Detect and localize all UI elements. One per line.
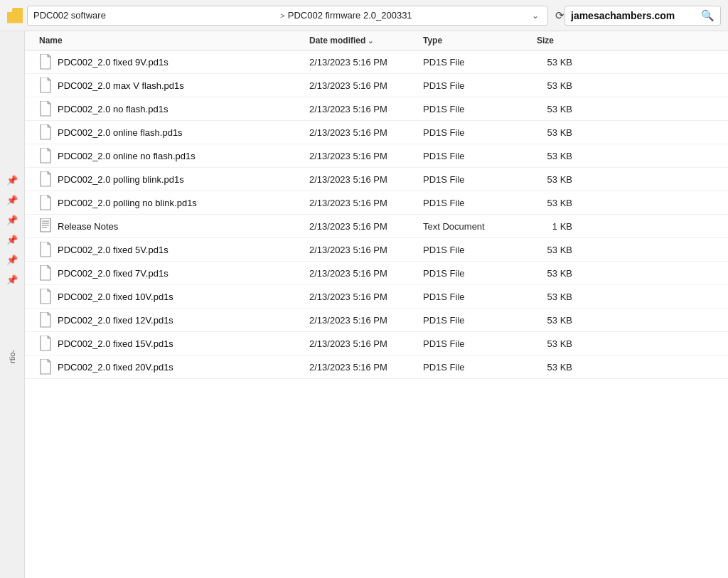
svg-marker-9 <box>48 148 50 151</box>
file-date: 2/13/2023 5:16 PM <box>309 80 423 91</box>
table-row[interactable]: PDC002_2.0 fixed 12V.pd1s 2/13/2023 5:16… <box>25 309 728 332</box>
file-size: 53 KB <box>537 151 594 161</box>
pin-icon-1[interactable]: 📌 <box>6 173 18 186</box>
table-row[interactable]: PDC002_2.0 polling blink.pd1s 2/13/2023 … <box>25 168 728 191</box>
file-type: PD1S File <box>423 198 537 208</box>
chevron-down-icon[interactable]: ⌄ <box>532 11 539 21</box>
file-date: 2/13/2023 5:16 PM <box>309 57 423 68</box>
sort-arrow-icon: ⌄ <box>368 37 373 45</box>
file-name-cell: PDC002_2.0 fixed 9V.pd1s <box>39 54 309 70</box>
pin-icon-6[interactable]: 📌 <box>6 273 18 286</box>
file-type: PD1S File <box>423 127 537 138</box>
file-type: PD1S File <box>423 80 537 91</box>
file-date: 2/13/2023 5:16 PM <box>309 104 423 114</box>
col-header-date[interactable]: Date modified ⌄ <box>309 36 423 46</box>
table-row[interactable]: PDC002_2.0 polling no blink.pd1s 2/13/20… <box>25 191 728 215</box>
table-row[interactable]: PDC002_2.0 online flash.pd1s 2/13/2023 5… <box>25 121 728 144</box>
file-type: PD1S File <box>423 174 537 185</box>
file-type: PD1S File <box>423 104 537 114</box>
svg-marker-5 <box>48 101 50 104</box>
col-header-size[interactable]: Size <box>537 36 594 46</box>
table-row[interactable]: PDC002_2.0 fixed 20V.pd1s 2/13/2023 5:16… <box>25 355 728 379</box>
pin-icon-3[interactable]: 📌 <box>6 213 18 226</box>
breadcrumb-area[interactable]: PDC002 software > PDC002 firmware 2.0_20… <box>27 6 548 26</box>
file-type: PD1S File <box>423 338 537 349</box>
svg-marker-7 <box>48 124 50 127</box>
site-name: jamesachambers.com <box>571 10 701 21</box>
file-name-cell: PDC002_2.0 online no flash.pd1s <box>39 148 309 164</box>
file-name-cell: PDC002_2.0 online flash.pd1s <box>39 124 309 140</box>
svg-marker-20 <box>48 242 50 245</box>
breadcrumb-current: PDC002 firmware 2.0_200331 <box>288 10 532 21</box>
sidebar-partial-text: rtio- <box>8 350 16 363</box>
file-name: PDC002_2.0 online no flash.pd1s <box>58 151 196 161</box>
search-button[interactable]: 🔍 <box>701 9 714 22</box>
svg-marker-24 <box>48 289 50 291</box>
table-row[interactable]: PDC002_2.0 fixed 10V.pd1s 2/13/2023 5:16… <box>25 285 728 309</box>
table-row[interactable]: PDC002_2.0 fixed 7V.pd1s 2/13/2023 5:16 … <box>25 262 728 285</box>
file-name: PDC002_2.0 max V flash.pd1s <box>58 80 184 91</box>
col-header-name[interactable]: Name <box>39 36 309 46</box>
file-list: PDC002_2.0 fixed 9V.pd1s 2/13/2023 5:16 … <box>25 50 728 379</box>
file-size: 53 KB <box>537 245 594 255</box>
file-size: 1 KB <box>537 221 594 232</box>
file-date: 2/13/2023 5:16 PM <box>309 151 423 161</box>
file-type: PD1S File <box>423 362 537 373</box>
file-icon <box>39 265 52 281</box>
pin-icon-5[interactable]: 📌 <box>6 253 18 266</box>
file-name-cell: PDC002_2.0 polling no blink.pd1s <box>39 195 309 210</box>
table-row[interactable]: PDC002_2.0 no flash.pd1s 2/13/2023 5:16 … <box>25 97 728 121</box>
file-date: 2/13/2023 5:16 PM <box>309 221 423 232</box>
table-row[interactable]: PDC002_2.0 max V flash.pd1s 2/13/2023 5:… <box>25 74 728 97</box>
svg-marker-11 <box>48 171 50 174</box>
file-name: PDC002_2.0 fixed 5V.pd1s <box>58 245 168 255</box>
main-layout: 📌 📌 📌 📌 📌 📌 rtio- Name Date modified ⌄ T… <box>0 31 728 578</box>
file-type: PD1S File <box>423 268 537 279</box>
file-name: PDC002_2.0 fixed 7V.pd1s <box>58 268 168 279</box>
file-date: 2/13/2023 5:16 PM <box>309 362 423 373</box>
table-row[interactable]: PDC002_2.0 online no flash.pd1s 2/13/202… <box>25 144 728 168</box>
file-type: PD1S File <box>423 57 537 68</box>
file-size: 53 KB <box>537 80 594 91</box>
table-row[interactable]: PDC002_2.0 fixed 15V.pd1s 2/13/2023 5:16… <box>25 332 728 355</box>
file-date: 2/13/2023 5:16 PM <box>309 315 423 326</box>
file-size: 53 KB <box>537 362 594 373</box>
file-size: 53 KB <box>537 104 594 114</box>
file-date: 2/13/2023 5:16 PM <box>309 174 423 185</box>
file-area: Name Date modified ⌄ Type Size PDC002_2.… <box>25 31 728 578</box>
file-name-cell: PDC002_2.0 no flash.pd1s <box>39 101 309 117</box>
file-name: PDC002_2.0 no flash.pd1s <box>58 104 168 114</box>
file-size: 53 KB <box>537 268 594 279</box>
table-row[interactable]: PDC002_2.0 fixed 9V.pd1s 2/13/2023 5:16 … <box>25 50 728 74</box>
file-type: Text Document <box>423 221 537 232</box>
file-icon <box>39 148 52 164</box>
col-header-type[interactable]: Type <box>423 36 537 46</box>
table-row[interactable]: Release Notes 2/13/2023 5:16 PM Text Doc… <box>25 215 728 238</box>
file-name-cell: PDC002_2.0 max V flash.pd1s <box>39 77 309 93</box>
sidebar: 📌 📌 📌 📌 📌 📌 rtio- <box>0 31 25 578</box>
svg-marker-13 <box>48 195 50 198</box>
file-icon <box>39 218 52 234</box>
file-icon <box>39 312 52 328</box>
file-date: 2/13/2023 5:16 PM <box>309 291 423 302</box>
file-name: PDC002_2.0 fixed 15V.pd1s <box>58 338 173 349</box>
file-name: PDC002_2.0 polling no blink.pd1s <box>58 198 197 208</box>
file-name-cell: PDC002_2.0 fixed 5V.pd1s <box>39 242 309 257</box>
pin-icon-4[interactable]: 📌 <box>6 233 18 246</box>
file-name-cell: PDC002_2.0 fixed 10V.pd1s <box>39 289 309 304</box>
file-size: 53 KB <box>537 174 594 185</box>
svg-marker-26 <box>48 312 50 315</box>
file-icon <box>39 171 52 187</box>
file-date: 2/13/2023 5:16 PM <box>309 245 423 255</box>
file-size: 53 KB <box>537 315 594 326</box>
refresh-button[interactable]: ⟳ <box>555 9 564 22</box>
file-date: 2/13/2023 5:16 PM <box>309 127 423 138</box>
table-row[interactable]: PDC002_2.0 fixed 5V.pd1s 2/13/2023 5:16 … <box>25 238 728 262</box>
svg-marker-30 <box>48 359 50 362</box>
breadcrumb-parent: PDC002 software <box>33 10 277 21</box>
file-name: PDC002_2.0 fixed 9V.pd1s <box>58 57 168 68</box>
pin-icon-2[interactable]: 📌 <box>6 193 18 206</box>
file-size: 53 KB <box>537 291 594 302</box>
svg-marker-22 <box>48 265 50 268</box>
file-type: PD1S File <box>423 315 537 326</box>
